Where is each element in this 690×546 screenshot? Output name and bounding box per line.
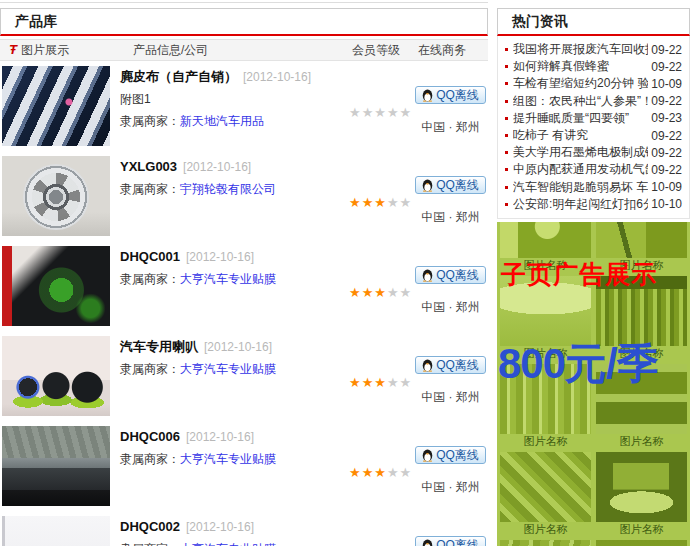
news-title[interactable]: 车检有望缩短约20分钟 验车将 xyxy=(513,75,648,92)
bullet-icon xyxy=(505,48,508,51)
online-biz-cell: QQ离线 中国 · 郑州 xyxy=(413,421,488,496)
news-title[interactable]: 提升睡眠质量“四要领” xyxy=(513,110,648,127)
product-name[interactable]: DHQC006 xyxy=(120,429,180,444)
news-list: 我国将开展报废汽车回收拆解09-22 如何辩解真假蜂蜜09-22 车检有望缩短约… xyxy=(497,36,690,219)
product-location: 中国 · 郑州 xyxy=(413,389,488,406)
product-name[interactable]: 麂皮布（自产自销） xyxy=(120,69,237,84)
news-date: 09-22 xyxy=(651,129,682,143)
merchant-link[interactable]: 大亨汽车专业贴膜 xyxy=(180,272,276,286)
ad-tile-caption: 图片名称 xyxy=(500,522,591,536)
news-item[interactable]: 提升睡眠质量“四要领”09-23 xyxy=(505,110,682,127)
qq-button-label: QQ离线 xyxy=(436,537,479,546)
product-thumbnail[interactable] xyxy=(2,156,110,236)
news-item[interactable]: 车检有望缩短约20分钟 验车将10-09 xyxy=(505,75,682,92)
product-attachment-link[interactable]: 附图1 xyxy=(120,91,348,107)
product-info: DHQC001[2012-10-16] 隶属商家：大亨汽车专业贴膜 xyxy=(120,249,348,287)
category-arrow-icon: Ŧ xyxy=(9,42,17,57)
news-item[interactable]: 我国将开展报废汽车回收拆解09-22 xyxy=(505,41,682,58)
product-name[interactable]: 汽车专用喇叭 xyxy=(120,339,198,354)
online-biz-cell: QQ离线 中国 · 郑州 xyxy=(413,241,488,316)
news-item[interactable]: 如何辩解真假蜂蜜09-22 xyxy=(505,58,682,75)
product-row: DHQC002[2012-10-16] 隶属商家：大亨汽车专业贴膜 ★★★★★ … xyxy=(0,511,488,546)
merchant-link[interactable]: 大亨汽车专业贴膜 xyxy=(180,362,276,376)
product-row: YXLG003[2012-10-16] 隶属商家：宇翔轮毂有限公司 ★★★★★ … xyxy=(0,151,488,241)
bullet-icon xyxy=(505,203,508,206)
merchant-link[interactable]: 大亨汽车专业贴膜 xyxy=(180,452,276,466)
qq-button-label: QQ离线 xyxy=(436,177,479,194)
online-biz-cell: QQ离线 中国 · 郑州 xyxy=(413,331,488,406)
ad-tile: 图片名称 xyxy=(500,540,591,546)
qq-offline-button[interactable]: QQ离线 xyxy=(415,356,486,374)
product-thumbnail[interactable] xyxy=(2,336,110,416)
column-header-level: 会员等级 xyxy=(352,40,400,60)
member-rating: ★★★★★ xyxy=(349,105,412,120)
news-item[interactable]: 中原内配获通用发动机气缸套09-22 xyxy=(505,161,682,178)
news-title[interactable]: 公安部:明年起闯红灯扣6分 挡 xyxy=(513,196,648,213)
ad-tile-caption: 图片名称 xyxy=(596,522,687,536)
column-header-biz: 在线商务 xyxy=(418,40,466,60)
online-biz-cell: QQ离线 中国 · 郑州 xyxy=(413,511,488,546)
product-thumbnail[interactable] xyxy=(2,66,110,146)
qq-offline-button[interactable]: QQ离线 xyxy=(415,176,486,194)
news-date: 09-22 xyxy=(651,94,682,108)
news-item[interactable]: 吃柿子 有讲究09-22 xyxy=(505,127,682,144)
ad-tile-photo xyxy=(500,452,591,522)
qq-offline-button[interactable]: QQ离线 xyxy=(415,536,486,546)
news-title[interactable]: 美大学用石墨烯电极制成锂电 xyxy=(513,144,648,161)
product-date: [2012-10-16] xyxy=(186,250,254,264)
news-item[interactable]: 组图：农民种出“人参果”！09-22 xyxy=(505,93,682,110)
news-title[interactable]: 中原内配获通用发动机气缸套 xyxy=(513,161,648,178)
ad-overlay-text: 子页广告展示 xyxy=(501,258,657,291)
product-location: 中国 · 郑州 xyxy=(413,209,488,226)
product-thumbnail[interactable] xyxy=(2,246,110,326)
merchant-label: 隶属商家： xyxy=(120,542,180,546)
ad-tile-photo xyxy=(500,222,591,258)
news-title[interactable]: 汽车智能钥匙脆弱易坏 车主需 xyxy=(513,179,648,196)
news-date: 09-22 xyxy=(651,146,682,160)
product-location: 中国 · 郑州 xyxy=(413,479,488,496)
member-rating: ★★★★★ xyxy=(349,195,412,210)
ad-tile-photo xyxy=(596,222,687,258)
product-name[interactable]: YXLG003 xyxy=(120,159,177,174)
panel-title-news: 热门资讯 xyxy=(497,8,690,36)
bullet-icon xyxy=(505,65,508,68)
merchant-link[interactable]: 大亨汽车专业贴膜 xyxy=(180,542,276,546)
merchant-label: 隶属商家： xyxy=(120,362,180,376)
qq-button-label: QQ离线 xyxy=(436,447,479,464)
merchant-link[interactable]: 宇翔轮毂有限公司 xyxy=(180,182,276,196)
ad-tile: 图片名称 xyxy=(596,540,687,546)
merchant-link[interactable]: 新天地汽车用品 xyxy=(180,114,264,128)
qq-offline-button[interactable]: QQ离线 xyxy=(415,446,486,464)
hot-news-panel: 热门资讯 我国将开展报废汽车回收拆解09-22 如何辩解真假蜂蜜09-22 车检… xyxy=(497,8,690,546)
news-title[interactable]: 我国将开展报废汽车回收拆解 xyxy=(513,41,648,58)
ad-tile-photo xyxy=(596,540,687,546)
product-date: [2012-10-16] xyxy=(243,70,311,84)
news-title[interactable]: 组图：农民种出“人参果”！ xyxy=(513,93,648,110)
product-date: [2012-10-16] xyxy=(183,160,251,174)
qq-button-label: QQ离线 xyxy=(436,357,479,374)
qq-penguin-icon xyxy=(422,179,433,192)
qq-penguin-icon xyxy=(422,269,433,282)
ad-price-text: 800元/季 xyxy=(498,336,658,392)
qq-offline-button[interactable]: QQ离线 xyxy=(415,86,486,104)
product-name[interactable]: DHQC002 xyxy=(120,519,180,534)
product-thumbnail[interactable] xyxy=(2,426,110,506)
sidebar-ad-banner[interactable]: 图片名称 图片名称 图片名称 图片名称 图片名称 图片名称 图片名称 图片名称 … xyxy=(497,222,690,546)
top-divider xyxy=(0,2,488,3)
news-title[interactable]: 如何辩解真假蜂蜜 xyxy=(513,58,648,75)
merchant-label: 隶属商家： xyxy=(120,182,180,196)
product-name[interactable]: DHQC001 xyxy=(120,249,180,264)
qq-offline-button[interactable]: QQ离线 xyxy=(415,266,486,284)
product-thumbnail[interactable] xyxy=(2,516,110,546)
news-item[interactable]: 汽车智能钥匙脆弱易坏 车主需10-09 xyxy=(505,179,682,196)
news-date: 10-10 xyxy=(651,197,682,211)
product-info: YXLG003[2012-10-16] 隶属商家：宇翔轮毂有限公司 xyxy=(120,159,348,197)
merchant-label: 隶属商家： xyxy=(120,272,180,286)
panel-title-products: 产品库 xyxy=(0,8,488,36)
news-item[interactable]: 公安部:明年起闯红灯扣6分 挡10-10 xyxy=(505,196,682,213)
news-item[interactable]: 美大学用石墨烯电极制成锂电09-22 xyxy=(505,144,682,161)
product-info: 汽车专用喇叭[2012-10-16] 隶属商家：大亨汽车专业贴膜 xyxy=(120,339,348,377)
news-title[interactable]: 吃柿子 有讲究 xyxy=(513,127,648,144)
online-biz-cell: QQ离线 中国 · 郑州 xyxy=(413,61,488,136)
qq-penguin-icon xyxy=(422,89,433,102)
